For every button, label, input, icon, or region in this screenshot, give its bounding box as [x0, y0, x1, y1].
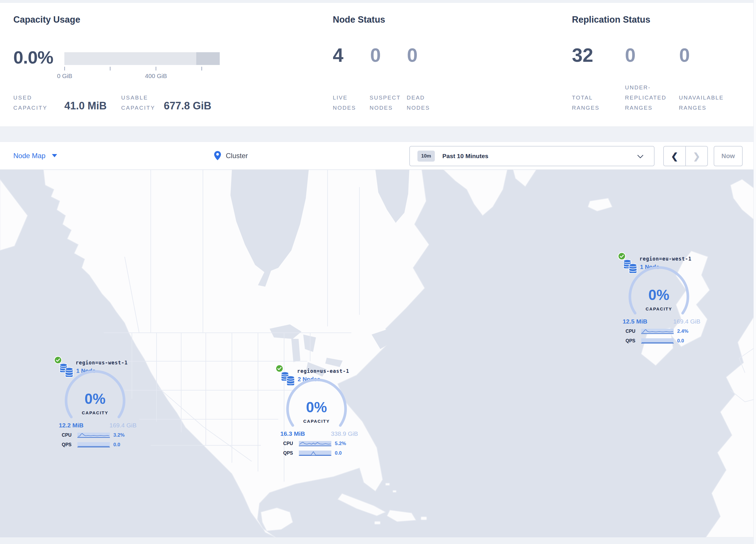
map-landmass [387, 510, 416, 522]
cpu-label: CPU [283, 441, 299, 446]
map-landmass [0, 179, 28, 250]
region-locality-label: region=us-east-1 [297, 368, 349, 374]
suspect-nodes-label: SUSPECT NODES [370, 92, 401, 113]
map-landmass [513, 170, 536, 186]
map-landmass [375, 521, 380, 524]
region-capacity-values: 12.2 MiB 169.4 GiB [59, 422, 137, 429]
region-used-capacity: 16.3 MiB [280, 430, 305, 437]
qps-value: 0.0 [677, 338, 684, 344]
view-selector-label: Node Map [13, 152, 46, 160]
qps-label: QPS [62, 442, 77, 447]
region-total-capacity: 338.9 GiB [331, 430, 358, 437]
capacity-used-percent: 0.0% [13, 47, 53, 68]
region-marker-us-east-1[interactable]: region=us-east-1 2 Nodes 0% CAPACITY 16.… [275, 364, 362, 461]
dead-nodes-label: DEAD NODES [407, 92, 430, 113]
cpu-sparkline [641, 329, 674, 334]
map-landmass [444, 170, 507, 215]
breadcrumb[interactable]: Cluster [214, 142, 248, 169]
node-map: region=us-west-1 1 Node 0% CAPACITY 12.2… [0, 170, 756, 537]
view-selector-dropdown[interactable]: Node Map [13, 142, 57, 169]
capacity-gauge: 0 GiB 400 GiB [64, 52, 220, 84]
cpu-label: CPU [626, 329, 641, 334]
map-landmass [588, 198, 612, 211]
qps-label: QPS [626, 338, 641, 344]
region-used-capacity: 12.5 MiB [623, 318, 647, 325]
chevron-down-icon [637, 155, 644, 158]
gauge-tick [110, 67, 110, 70]
cluster-overview-page: Capacity Usage 0.0% 0 GiB 400 GiB USED C… [0, 0, 756, 544]
suspect-nodes-count: 0 [370, 44, 381, 66]
live-nodes-label: LIVE NODES [333, 92, 356, 113]
chevron-right-icon: ❯ [693, 151, 700, 161]
region-capacity-values: 12.5 MiB 169.4 GiB [623, 318, 700, 325]
qps-value: 0.0 [335, 450, 342, 456]
usable-capacity-label: USABLE CAPACITY [121, 92, 155, 113]
region-qps-row: QPS 0.0 [283, 450, 357, 456]
capacity-gauge-bar [64, 52, 220, 65]
map-landmass [421, 517, 427, 520]
map-landmass [261, 508, 293, 531]
region-locality-label: region=us-west-1 [76, 360, 128, 366]
region-qps-row: QPS 0.0 [62, 442, 136, 448]
map-landmass [393, 490, 396, 492]
time-window-select[interactable]: 10m Past 10 Minutes [409, 146, 655, 166]
breadcrumb-label: Cluster [226, 152, 248, 160]
scrollbar-gutter [753, 0, 756, 544]
node-status-title: Node Status [333, 14, 385, 25]
unavailable-ranges-label: UNAVAILABLE RANGES [679, 92, 724, 113]
cluster-summary-panel: Capacity Usage 0.0% 0 GiB 400 GiB USED C… [0, 3, 756, 127]
capacity-usage-title: Capacity Usage [13, 14, 80, 25]
gauge-tick-label: 400 GiB [145, 72, 167, 79]
cpu-value: 5.2% [335, 441, 346, 447]
used-capacity-label: USED CAPACITY [13, 92, 48, 113]
cpu-label: CPU [62, 433, 77, 438]
qps-label: QPS [283, 451, 299, 456]
cpu-sparkline [299, 441, 331, 446]
time-window-label: Past 10 Minutes [442, 153, 488, 159]
time-window-pager: ❮ ❯ [663, 146, 708, 166]
under-replicated-ranges-count: 0 [625, 44, 636, 66]
qps-sparkline [641, 338, 674, 344]
caret-down-icon [52, 154, 57, 157]
region-qps-row: QPS 0.0 [626, 338, 700, 344]
dead-nodes-count: 0 [407, 44, 418, 66]
region-cpu-row: CPU 3.2% [62, 432, 136, 438]
used-capacity-value: 41.0 MiB [64, 100, 107, 112]
total-ranges-count: 32 [572, 44, 593, 66]
region-cpu-row: CPU 5.2% [283, 440, 357, 447]
region-capacity-percent: 0% [288, 399, 346, 416]
map-landmass [43, 170, 429, 537]
under-replicated-ranges-label: UNDER- REPLICATED RANGES [625, 82, 666, 113]
map-landmass [706, 313, 756, 537]
unavailable-ranges-count: 0 [679, 44, 690, 66]
cpu-value: 2.4% [677, 329, 688, 334]
region-total-capacity: 169.4 GiB [673, 318, 700, 325]
usable-capacity-value: 677.8 GiB [164, 100, 211, 112]
map-pin-icon [214, 151, 221, 160]
time-prev-button[interactable]: ❮ [664, 146, 686, 166]
time-next-button[interactable]: ❯ [686, 146, 707, 166]
gauge-tick [156, 67, 156, 70]
gauge-tick-label: 0 GiB [57, 72, 72, 79]
total-ranges-label: TOTAL RANGES [572, 92, 599, 113]
gauge-tick [64, 67, 65, 70]
region-total-capacity: 169.4 GiB [110, 422, 137, 429]
region-capacity-percent: 0% [630, 287, 688, 304]
region-capacity-label: CAPACITY [288, 419, 346, 424]
region-capacity-values: 16.3 MiB 338.9 GiB [280, 430, 358, 437]
region-cpu-row: CPU 2.4% [626, 328, 700, 335]
now-button[interactable]: Now [714, 146, 743, 166]
replication-status-title: Replication Status [572, 14, 650, 25]
chevron-left-icon: ❮ [671, 151, 678, 161]
region-capacity-label: CAPACITY [66, 410, 124, 415]
qps-value: 0.0 [113, 442, 120, 448]
region-capacity-label: CAPACITY [630, 307, 688, 311]
qps-sparkline [299, 451, 331, 456]
region-marker-eu-west-1[interactable]: region=eu-west-1 1 Node 0% CAPACITY 12.5… [617, 252, 704, 349]
cpu-value: 3.2% [113, 432, 125, 438]
map-landmass [386, 483, 390, 485]
qps-sparkline [77, 442, 110, 447]
region-marker-us-west-1[interactable]: region=us-west-1 1 Node 0% CAPACITY 12.2… [54, 356, 141, 453]
map-landmass [730, 179, 756, 221]
world-map [0, 170, 756, 537]
